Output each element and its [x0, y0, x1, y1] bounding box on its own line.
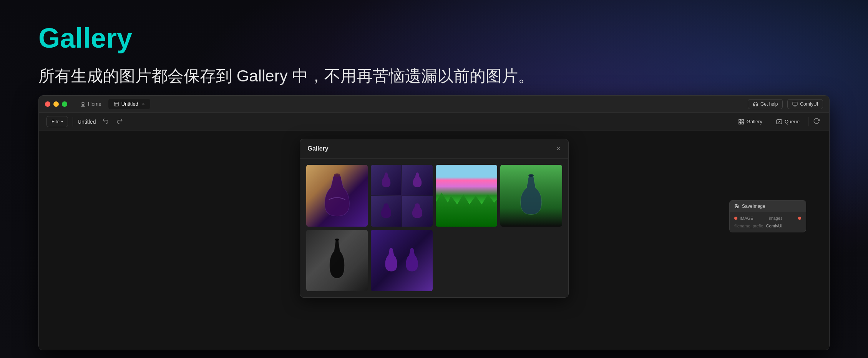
- gallery-modal-header: Gallery ×: [300, 139, 568, 159]
- close-button[interactable]: [45, 101, 50, 107]
- file-label: File: [51, 119, 60, 124]
- nav-tabs: Home Untitled ×: [75, 99, 748, 109]
- gallery-item-4[interactable]: [500, 165, 562, 227]
- minimize-button[interactable]: [53, 101, 59, 107]
- untitled-tab[interactable]: Untitled ×: [108, 99, 150, 109]
- get-help-button[interactable]: Get help: [748, 99, 783, 109]
- home-tab-label: Home: [88, 101, 101, 107]
- gallery-close-button[interactable]: ×: [556, 145, 561, 152]
- workflow-icon: [114, 101, 119, 107]
- gallery-image-1: [306, 165, 368, 227]
- save-image-node[interactable]: SaveImage IMAGE images filename_prefix C…: [729, 200, 806, 232]
- home-tab[interactable]: Home: [75, 99, 107, 109]
- mini-bottle-1: [380, 171, 392, 189]
- undo-icon: [102, 118, 109, 124]
- node-body: IMAGE images filename_prefix ComfyUI: [730, 212, 806, 232]
- gallery-icon: [738, 119, 744, 125]
- cell-3: [371, 196, 401, 226]
- comfyui-icon: [792, 101, 798, 107]
- svg-rect-3: [742, 119, 744, 121]
- gallery-modal-title: Gallery: [308, 145, 329, 152]
- purple-bottle-2: [403, 239, 421, 282]
- toolbar-left: File ▾ Untitled: [46, 116, 727, 127]
- hero-section: Gallery 所有生成的图片都会保存到 Gallery 中，不用再苦恼遗漏以前…: [0, 0, 868, 103]
- gallery-item-3[interactable]: [436, 165, 498, 227]
- gallery-view-button[interactable]: Gallery: [733, 116, 768, 127]
- field-label: filename_prefix: [734, 224, 763, 228]
- refresh-button[interactable]: [812, 116, 822, 127]
- untitled-tab-label: Untitled: [121, 101, 138, 107]
- purple-bottle-1: [382, 239, 400, 282]
- gallery-image-3: [436, 165, 498, 227]
- redo-icon: [116, 118, 123, 124]
- toolbar-right: Gallery Queue: [733, 116, 822, 127]
- save-icon: [734, 204, 739, 209]
- gallery-image-6: [371, 230, 433, 292]
- node-header: SaveImage: [730, 201, 806, 212]
- toolbar: File ▾ Untitled: [39, 113, 829, 131]
- svg-rect-2: [739, 119, 741, 121]
- field-value: ComfyUI: [766, 224, 783, 228]
- cell-1: [371, 165, 401, 195]
- app-window: Home Untitled × Get help: [38, 95, 830, 350]
- window-controls: [45, 101, 67, 107]
- get-help-label: Get help: [760, 101, 778, 107]
- headphones-icon: [753, 101, 758, 107]
- chevron-down-icon: ▾: [61, 119, 63, 124]
- svg-rect-5: [742, 122, 744, 124]
- cell-4: [402, 196, 432, 226]
- gallery-item-5[interactable]: [306, 230, 368, 292]
- title-bar: Home Untitled × Get help: [39, 96, 829, 113]
- image-label: IMAGE: [740, 216, 753, 220]
- node-image-row: IMAGE images: [734, 216, 801, 220]
- gallery-image-4: [500, 165, 562, 227]
- maximize-button[interactable]: [62, 101, 67, 107]
- redo-button[interactable]: [115, 116, 125, 127]
- queue-icon: [776, 119, 782, 125]
- svg-point-9: [335, 238, 339, 240]
- gallery-btn-label: Gallery: [747, 119, 762, 124]
- gallery-item-2[interactable]: [371, 165, 433, 227]
- hero-title: Gallery: [38, 23, 830, 53]
- main-content: SaveImage IMAGE images filename_prefix C…: [39, 131, 829, 350]
- svg-point-7: [334, 173, 340, 177]
- tab-close-btn[interactable]: ×: [142, 101, 145, 107]
- undo-button[interactable]: [100, 116, 110, 127]
- toolbar-divider-1: [73, 117, 73, 126]
- svg-rect-0: [114, 102, 118, 106]
- cell-2: [402, 165, 432, 195]
- gallery-grid: [300, 159, 568, 297]
- svg-rect-1: [793, 102, 797, 105]
- queue-view-button[interactable]: Queue: [771, 116, 805, 127]
- gallery-image-5: [306, 230, 368, 292]
- gallery-image-2: [371, 165, 433, 227]
- forest-bottle-svg: [516, 171, 546, 220]
- node-field: filename_prefix ComfyUI: [734, 224, 801, 228]
- mini-bottle-4: [412, 202, 423, 220]
- input-dot: [734, 217, 737, 220]
- comfyui-button[interactable]: ComfyUI: [787, 99, 823, 109]
- gallery-modal: Gallery ×: [300, 139, 569, 298]
- bottle-svg-1: [319, 171, 355, 220]
- node-title: SaveImage: [742, 204, 765, 209]
- output-label: images: [769, 216, 782, 220]
- mini-bottle-3: [380, 202, 392, 220]
- output-dot: [798, 217, 801, 220]
- forest-silhouette: [436, 192, 498, 226]
- workflow-name: Untitled: [78, 119, 96, 125]
- svg-rect-4: [739, 122, 741, 124]
- black-bottle-svg: [322, 236, 352, 285]
- gallery-item-6[interactable]: [371, 230, 433, 292]
- toolbar-divider-2: [808, 117, 808, 126]
- queue-btn-label: Queue: [785, 119, 800, 124]
- hero-subtitle: 所有生成的图片都会保存到 Gallery 中，不用再苦恼遗漏以前的图片。: [38, 65, 830, 88]
- mini-bottle-2: [412, 171, 423, 189]
- home-icon: [80, 101, 86, 107]
- title-bar-right: Get help ComfyUI: [748, 99, 823, 109]
- file-button[interactable]: File ▾: [46, 116, 68, 127]
- svg-point-8: [528, 174, 534, 177]
- comfyui-label: ComfyUI: [800, 101, 818, 107]
- gallery-item-1[interactable]: [306, 165, 368, 227]
- refresh-icon: [813, 118, 820, 124]
